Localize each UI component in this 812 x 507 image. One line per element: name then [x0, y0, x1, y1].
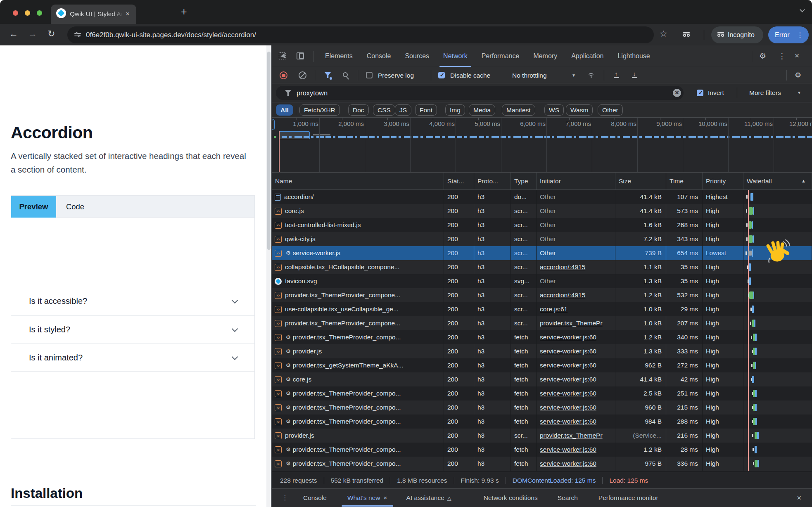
site-info-icon[interactable]: [74, 31, 82, 39]
more-filters-button[interactable]: More filters: [749, 83, 781, 102]
network-request-row[interactable]: ‹›provider.tsx_ThemeProvider_compone...2…: [272, 288, 812, 302]
accordion-item[interactable]: Is it styled?: [11, 316, 254, 344]
network-request-row[interactable]: ‹›⚙provider.js200h3fetchservice-worker.j…: [272, 344, 812, 358]
chip-font[interactable]: Font: [415, 104, 437, 116]
browser-menu-icon[interactable]: ⋮: [797, 26, 803, 43]
network-request-row[interactable]: ‹›⚙provider.tsx_ThemeProvider_compo...20…: [272, 415, 812, 429]
network-overview-timeline[interactable]: 1,000 ms2,000 ms3,000 ms4,000 ms5,000 ms…: [272, 118, 812, 173]
chip-other[interactable]: Other: [598, 104, 623, 116]
request-initiator[interactable]: accordion/:4915: [537, 288, 615, 302]
chip-doc[interactable]: Doc: [348, 104, 369, 116]
request-initiator[interactable]: core.js:61: [537, 302, 615, 316]
network-request-row[interactable]: accordion/200h3do...Other41.4 kB107 msHi…: [272, 190, 812, 204]
column-header-priority[interactable]: Priority: [703, 173, 743, 190]
tab-preview[interactable]: Preview: [11, 196, 56, 218]
new-tab-button[interactable]: +: [181, 6, 187, 18]
request-initiator[interactable]: service-worker.js:60: [537, 400, 615, 415]
record-network-log-icon[interactable]: [280, 71, 287, 79]
timeline-selection-handle[interactable]: [272, 119, 275, 130]
request-initiator[interactable]: service-worker.js:60: [537, 344, 615, 358]
tab-close-icon[interactable]: ×: [126, 10, 130, 18]
invert-checkbox[interactable]: [697, 90, 703, 96]
search-icon[interactable]: [343, 72, 348, 77]
request-initiator[interactable]: service-worker.js:60: [537, 415, 615, 429]
chip-js[interactable]: JS: [395, 104, 411, 116]
devtools-tab-elements[interactable]: Elements: [318, 45, 360, 67]
disable-cache-checkbox[interactable]: [438, 72, 445, 78]
incognito-profile-icon[interactable]: [683, 32, 690, 39]
column-header-initiator[interactable]: Initiator: [537, 173, 615, 190]
request-initiator[interactable]: accordion/:4915: [537, 260, 615, 274]
tab-code[interactable]: Code: [56, 196, 94, 218]
network-conditions-icon[interactable]: [587, 72, 596, 79]
devtools-tab-console[interactable]: Console: [360, 45, 398, 67]
devtools-tab-network[interactable]: Network: [436, 45, 475, 67]
error-profile-button[interactable]: Error⋮: [768, 26, 809, 43]
close-window-button[interactable]: [13, 10, 18, 16]
drawer-tab-performance-monitor[interactable]: Performance monitor: [598, 494, 658, 502]
network-request-row[interactable]: ‹›⚙provider.tsx_ThemeProvider_compo...20…: [272, 400, 812, 415]
drawer-tab-console[interactable]: Console: [303, 494, 327, 502]
devtools-settings-gear-icon[interactable]: ⚙: [759, 51, 766, 61]
export-har-icon[interactable]: ↓: [631, 71, 638, 78]
drawer-tab-ai-assistance[interactable]: AI assistance△: [406, 494, 451, 502]
request-initiator[interactable]: provider.tsx_ThemePr: [537, 429, 615, 443]
request-initiator[interactable]: service-worker.js:60: [537, 457, 615, 471]
network-request-row[interactable]: ‹›⚙core.js200h3fetchservice-worker.js:60…: [272, 372, 812, 386]
devtools-close-icon[interactable]: ×: [795, 51, 799, 60]
column-header-size[interactable]: Size: [615, 173, 666, 190]
network-request-row[interactable]: ‹›collapsible.tsx_HCollapsible_compone..…: [272, 260, 812, 274]
devtools-tab-lighthouse[interactable]: Lighthouse: [610, 45, 657, 67]
request-initiator[interactable]: service-worker.js:60: [537, 386, 615, 400]
request-initiator[interactable]: provider.tsx_ThemePr: [537, 316, 615, 330]
chip-wasm[interactable]: Wasm: [566, 104, 593, 116]
network-request-row[interactable]: ‹›provider.tsx_ThemeProvider_compone...2…: [272, 316, 812, 330]
chip-media[interactable]: Media: [469, 104, 495, 116]
bookmark-star-icon[interactable]: ☆: [660, 29, 667, 39]
preserve-log-checkbox[interactable]: [366, 72, 373, 78]
chip-img[interactable]: Img: [445, 104, 465, 116]
devtools-menu-icon[interactable]: ⋮: [778, 51, 786, 61]
network-request-row[interactable]: ‹›qwik-city.js200h3scr...Other7.2 kB343 …: [272, 232, 812, 246]
column-header-name[interactable]: Name: [272, 173, 444, 190]
tab-search-chevron-icon[interactable]: [800, 6, 805, 10]
page-scrollbar[interactable]: [266, 45, 271, 507]
network-request-row[interactable]: ‹›use-collapsible.tsx_useCollapsible_ge.…: [272, 302, 812, 316]
devtools-tab-sources[interactable]: Sources: [398, 45, 436, 67]
maximize-window-button[interactable]: [37, 10, 42, 16]
network-request-row[interactable]: favicon.svg200h3svg...Other1.3 kB35 msHi…: [272, 274, 812, 288]
request-initiator[interactable]: service-worker.js:60: [537, 358, 615, 372]
network-request-row[interactable]: ‹›⚙provider.tsx_ThemeProvider_compo...20…: [272, 386, 812, 400]
address-bar[interactable]: 0f6e2f0b.qwik-ui-site.pages.dev/docs/sty…: [67, 26, 654, 43]
drawer-tab-network-conditions[interactable]: Network conditions: [484, 494, 538, 502]
column-header-waterfall[interactable]: Waterfall▲: [743, 173, 812, 190]
request-initiator[interactable]: service-worker.js:60: [537, 330, 615, 344]
forward-button[interactable]: →: [28, 28, 37, 39]
accordion-item[interactable]: Is it animated?: [11, 344, 254, 372]
request-initiator[interactable]: service-worker.js:60: [537, 443, 615, 457]
chip-ws[interactable]: WS: [544, 104, 564, 116]
column-header-type[interactable]: Type: [511, 173, 537, 190]
import-har-icon[interactable]: ↑: [613, 71, 620, 78]
browser-tab[interactable]: Qwik UI | Styled Accordion Co ×: [51, 5, 136, 24]
column-header-stat[interactable]: Stat...: [444, 173, 474, 190]
network-request-row[interactable]: ‹›provider.js200h3scr...provider.tsx_The…: [272, 429, 812, 443]
drawer-menu-icon[interactable]: ⋮: [282, 495, 288, 501]
filter-input[interactable]: proxytown ✕: [276, 86, 684, 100]
network-request-row[interactable]: ‹›core.js200h3scr...Other41.4 kB573 msHi…: [272, 204, 812, 218]
network-request-row[interactable]: ‹›⚙provider.tsx_ThemeProvider_compo...20…: [272, 330, 812, 344]
inspect-element-icon[interactable]: [279, 52, 286, 59]
network-request-row[interactable]: ‹›⚙provider.tsx_ThemeProvider_compo...20…: [272, 457, 812, 471]
device-toolbar-icon[interactable]: [297, 52, 304, 59]
column-header-time[interactable]: Time: [666, 173, 703, 190]
minimize-window-button[interactable]: [25, 10, 30, 16]
drawer-tab-what-s-new[interactable]: What's new×: [347, 494, 387, 502]
drawer-tab-search[interactable]: Search: [558, 494, 578, 502]
chip-all[interactable]: All: [276, 104, 293, 116]
devtools-tab-memory[interactable]: Memory: [526, 45, 564, 67]
back-button[interactable]: ←: [9, 28, 18, 39]
column-header-proto[interactable]: Proto...: [474, 173, 511, 190]
devtools-tab-performance[interactable]: Performance: [475, 45, 527, 67]
accordion-item[interactable]: Is it accessible?: [11, 287, 254, 316]
chip-fetchxhr[interactable]: Fetch/XHR: [299, 104, 340, 116]
